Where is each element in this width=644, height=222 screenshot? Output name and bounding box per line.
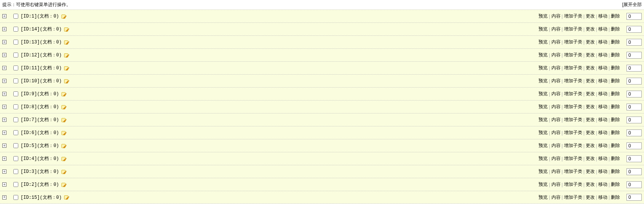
action-add-sub[interactable]: 增加子类 bbox=[564, 129, 582, 136]
expand-toggle[interactable]: + bbox=[2, 195, 6, 200]
action-move[interactable]: 移动 bbox=[598, 52, 607, 58]
edit-icon[interactable] bbox=[64, 78, 69, 84]
action-add-sub[interactable]: 增加子类 bbox=[564, 65, 582, 71]
expand-toggle[interactable]: + bbox=[2, 66, 6, 70]
expand-all-link[interactable]: [展开全部 bbox=[622, 2, 642, 8]
action-modify[interactable]: 更改 bbox=[586, 65, 595, 71]
edit-icon[interactable] bbox=[61, 14, 67, 19]
action-delete[interactable]: 删除 bbox=[611, 194, 620, 201]
row-checkbox[interactable] bbox=[13, 156, 18, 161]
action-modify[interactable]: 更改 bbox=[586, 91, 595, 97]
action-delete[interactable]: 删除 bbox=[611, 26, 620, 32]
action-add-sub[interactable]: 增加子类 bbox=[564, 194, 582, 201]
action-modify[interactable]: 更改 bbox=[586, 52, 595, 58]
action-move[interactable]: 移动 bbox=[598, 194, 607, 201]
action-modify[interactable]: 更改 bbox=[586, 78, 595, 84]
action-move[interactable]: 移动 bbox=[598, 142, 607, 149]
row-checkbox[interactable] bbox=[13, 104, 18, 109]
action-add-sub[interactable]: 增加子类 bbox=[564, 78, 582, 84]
action-add-sub[interactable]: 增加子类 bbox=[564, 52, 582, 58]
expand-toggle[interactable]: + bbox=[2, 157, 6, 161]
edit-icon[interactable] bbox=[61, 130, 67, 136]
action-content[interactable]: 内容 bbox=[551, 26, 561, 32]
action-delete[interactable]: 删除 bbox=[611, 78, 620, 84]
expand-toggle[interactable]: + bbox=[2, 40, 6, 44]
action-preview[interactable]: 预览 bbox=[539, 52, 548, 58]
row-checkbox[interactable] bbox=[13, 78, 18, 83]
action-preview[interactable]: 预览 bbox=[539, 117, 548, 123]
order-input[interactable] bbox=[626, 39, 642, 46]
action-content[interactable]: 内容 bbox=[551, 65, 561, 71]
action-content[interactable]: 内容 bbox=[551, 52, 561, 58]
action-move[interactable]: 移动 bbox=[598, 104, 607, 110]
order-input[interactable] bbox=[626, 91, 642, 97]
action-move[interactable]: 移动 bbox=[598, 129, 607, 136]
row-checkbox[interactable] bbox=[13, 53, 18, 57]
action-preview[interactable]: 预览 bbox=[539, 91, 548, 97]
row-checkbox[interactable] bbox=[13, 169, 18, 174]
order-input[interactable] bbox=[626, 168, 642, 175]
order-input[interactable] bbox=[626, 26, 642, 33]
action-delete[interactable]: 删除 bbox=[611, 13, 620, 19]
action-add-sub[interactable]: 增加子类 bbox=[564, 155, 582, 162]
order-input[interactable] bbox=[626, 13, 642, 20]
order-input[interactable] bbox=[626, 194, 642, 201]
action-delete[interactable]: 删除 bbox=[611, 52, 620, 58]
action-content[interactable]: 内容 bbox=[551, 78, 561, 84]
edit-icon[interactable] bbox=[61, 143, 67, 149]
action-content[interactable]: 内容 bbox=[551, 168, 561, 175]
action-add-sub[interactable]: 增加子类 bbox=[564, 117, 582, 123]
action-modify[interactable]: 更改 bbox=[586, 13, 595, 19]
row-checkbox[interactable] bbox=[13, 130, 18, 135]
row-checkbox[interactable] bbox=[13, 182, 18, 187]
action-content[interactable]: 内容 bbox=[551, 181, 561, 188]
action-content[interactable]: 内容 bbox=[551, 104, 561, 110]
order-input[interactable] bbox=[626, 52, 642, 59]
action-preview[interactable]: 预览 bbox=[539, 78, 548, 84]
action-preview[interactable]: 预览 bbox=[539, 39, 548, 45]
expand-toggle[interactable]: + bbox=[2, 53, 6, 57]
order-input[interactable] bbox=[626, 117, 642, 123]
action-modify[interactable]: 更改 bbox=[586, 168, 595, 175]
action-modify[interactable]: 更改 bbox=[586, 26, 595, 32]
row-checkbox[interactable] bbox=[13, 65, 18, 70]
action-content[interactable]: 内容 bbox=[551, 194, 561, 201]
order-input[interactable] bbox=[626, 142, 642, 149]
action-move[interactable]: 移动 bbox=[598, 13, 607, 19]
edit-icon[interactable] bbox=[61, 156, 67, 161]
order-input[interactable] bbox=[626, 65, 642, 72]
action-move[interactable]: 移动 bbox=[598, 181, 607, 188]
order-input[interactable] bbox=[626, 129, 642, 136]
expand-toggle[interactable]: + bbox=[2, 27, 6, 31]
action-delete[interactable]: 删除 bbox=[611, 117, 620, 123]
action-delete[interactable]: 删除 bbox=[611, 181, 620, 188]
action-preview[interactable]: 预览 bbox=[539, 194, 548, 201]
action-add-sub[interactable]: 增加子类 bbox=[564, 168, 582, 175]
expand-toggle[interactable]: + bbox=[2, 118, 6, 122]
row-checkbox[interactable] bbox=[13, 40, 18, 45]
order-input[interactable] bbox=[626, 104, 642, 110]
action-delete[interactable]: 删除 bbox=[611, 168, 620, 175]
action-add-sub[interactable]: 增加子类 bbox=[564, 13, 582, 19]
row-checkbox[interactable] bbox=[13, 117, 18, 122]
action-modify[interactable]: 更改 bbox=[586, 129, 595, 136]
action-delete[interactable]: 删除 bbox=[611, 91, 620, 97]
action-move[interactable]: 移动 bbox=[598, 117, 607, 123]
row-checkbox[interactable] bbox=[13, 143, 18, 148]
expand-toggle[interactable]: + bbox=[2, 144, 6, 148]
edit-icon[interactable] bbox=[64, 40, 69, 45]
row-checkbox[interactable] bbox=[13, 91, 18, 96]
expand-toggle[interactable]: + bbox=[2, 182, 6, 187]
edit-icon[interactable] bbox=[64, 195, 69, 200]
action-delete[interactable]: 删除 bbox=[611, 155, 620, 162]
expand-toggle[interactable]: + bbox=[2, 169, 6, 174]
action-modify[interactable]: 更改 bbox=[586, 39, 595, 45]
order-input[interactable] bbox=[626, 181, 642, 188]
action-modify[interactable]: 更改 bbox=[586, 181, 595, 188]
action-modify[interactable]: 更改 bbox=[586, 117, 595, 123]
expand-toggle[interactable]: + bbox=[2, 79, 6, 83]
row-checkbox[interactable] bbox=[13, 14, 18, 19]
edit-icon[interactable] bbox=[61, 182, 67, 187]
order-input[interactable] bbox=[626, 78, 642, 85]
edit-icon[interactable] bbox=[61, 117, 67, 123]
